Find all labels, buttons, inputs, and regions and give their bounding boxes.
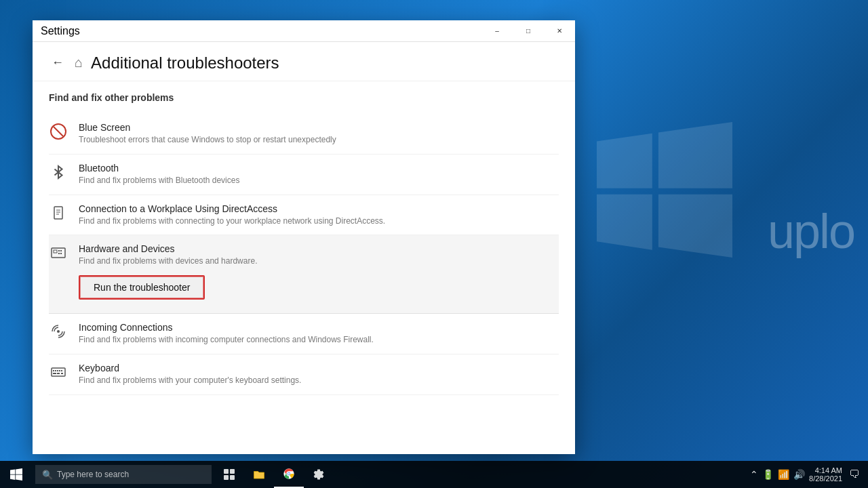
keyboard-desc: Find and fix problems with your computer… bbox=[79, 375, 559, 386]
title-bar: Settings – □ ✕ bbox=[33, 20, 575, 42]
svg-rect-22 bbox=[224, 469, 229, 474]
svg-rect-14 bbox=[53, 370, 54, 371]
keyboard-content: Keyboard Find and fix problems with your… bbox=[79, 363, 559, 386]
taskbar: 🔍 Type here to search bbox=[0, 461, 868, 488]
svg-rect-19 bbox=[53, 373, 56, 374]
blue-screen-name: Blue Screen bbox=[79, 122, 559, 133]
keyboard-icon bbox=[49, 363, 68, 382]
hardware-desc: Find and fix problems with devices and h… bbox=[79, 256, 559, 267]
maximize-button[interactable]: □ bbox=[513, 20, 544, 42]
bluetooth-icon bbox=[49, 163, 68, 182]
clock[interactable]: 4:14 AM 8/28/2021 bbox=[809, 466, 842, 483]
svg-rect-20 bbox=[57, 373, 60, 374]
svg-rect-8 bbox=[58, 250, 60, 251]
svg-rect-10 bbox=[58, 253, 60, 254]
title-bar-controls: – □ ✕ bbox=[481, 20, 575, 42]
svg-rect-24 bbox=[224, 475, 229, 480]
battery-icon: 🔋 bbox=[762, 469, 774, 480]
bluetooth-content: Bluetooth Find and fix problems with Blu… bbox=[79, 163, 559, 186]
list-item[interactable]: Bluetooth Find and fix problems with Blu… bbox=[49, 155, 559, 195]
svg-point-28 bbox=[288, 473, 290, 475]
close-button[interactable]: ✕ bbox=[544, 20, 575, 42]
settings-taskbar-button[interactable] bbox=[304, 461, 334, 488]
page-title: Additional troubleshooters bbox=[91, 54, 279, 73]
minimize-button[interactable]: – bbox=[481, 20, 513, 42]
notification-button[interactable]: 🗨 bbox=[846, 461, 863, 488]
connection-name: Connection to a Workplace Using DirectAc… bbox=[79, 203, 559, 214]
svg-rect-23 bbox=[230, 469, 235, 474]
volume-icon: 🔊 bbox=[793, 469, 805, 480]
windows-logo-watermark bbox=[597, 122, 732, 258]
list-item[interactable]: Blue Screen Troubleshoot errors that cau… bbox=[49, 114, 559, 155]
page-header: ← ⌂ Additional troubleshooters bbox=[33, 42, 575, 81]
chrome-button[interactable] bbox=[274, 461, 304, 488]
settings-title: Settings bbox=[41, 25, 80, 37]
date-display: 8/28/2021 bbox=[809, 474, 842, 483]
svg-rect-16 bbox=[57, 370, 58, 371]
desktop: uplo Settings – □ ✕ ← ⌂ Additional troub… bbox=[0, 0, 868, 488]
uplo-watermark: uplo bbox=[768, 203, 854, 259]
list-item[interactable]: Keyboard Find and fix problems with your… bbox=[49, 354, 559, 395]
task-view-button[interactable] bbox=[214, 461, 244, 488]
taskbar-right: ⌃ 🔋 📶 🔊 4:14 AM 8/28/2021 🗨 bbox=[745, 461, 868, 488]
blue-screen-icon bbox=[49, 122, 68, 141]
content-area: ← ⌂ Additional troubleshooters Find and … bbox=[33, 42, 575, 454]
incoming-connections-name: Incoming Connections bbox=[79, 322, 559, 333]
svg-rect-7 bbox=[54, 250, 57, 253]
keyboard-name: Keyboard bbox=[79, 363, 559, 373]
svg-rect-18 bbox=[61, 370, 62, 371]
svg-point-12 bbox=[57, 330, 60, 333]
incoming-connections-icon bbox=[49, 322, 68, 341]
title-bar-left: Settings bbox=[41, 25, 80, 37]
blue-screen-desc: Troubleshoot errors that cause Windows t… bbox=[79, 134, 559, 146]
incoming-connections-content: Incoming Connections Find and fix proble… bbox=[79, 322, 559, 346]
svg-rect-21 bbox=[61, 373, 63, 374]
svg-rect-25 bbox=[230, 475, 235, 480]
svg-rect-13 bbox=[52, 368, 65, 376]
back-button[interactable]: ← bbox=[49, 53, 66, 73]
section-title: Find and fix other problems bbox=[49, 92, 559, 103]
search-icon: 🔍 bbox=[42, 470, 53, 480]
hardware-header: Hardware and Devices Find and fix proble… bbox=[49, 243, 559, 272]
troubleshooter-list[interactable]: Find and fix other problems Blue Screen … bbox=[33, 81, 575, 454]
blue-screen-content: Blue Screen Troubleshoot errors that cau… bbox=[79, 122, 559, 146]
svg-line-1 bbox=[54, 127, 63, 136]
hardware-expanded-item[interactable]: Hardware and Devices Find and fix proble… bbox=[49, 235, 559, 314]
hardware-name: Hardware and Devices bbox=[79, 243, 559, 254]
search-bar[interactable]: 🔍 Type here to search bbox=[35, 465, 212, 484]
start-button[interactable] bbox=[0, 461, 33, 488]
svg-rect-11 bbox=[60, 253, 62, 254]
system-tray-icons: ⌃ 🔋 📶 🔊 bbox=[750, 469, 805, 480]
connection-content: Connection to a Workplace Using DirectAc… bbox=[79, 203, 559, 227]
svg-rect-2 bbox=[54, 207, 62, 219]
connection-desc: Find and fix problems with connecting to… bbox=[79, 216, 559, 227]
hardware-icon bbox=[49, 243, 68, 262]
hardware-content: Hardware and Devices Find and fix proble… bbox=[79, 243, 559, 267]
bluetooth-name: Bluetooth bbox=[79, 163, 559, 174]
list-item[interactable]: Incoming Connections Find and fix proble… bbox=[49, 314, 559, 354]
run-troubleshooter-button[interactable]: Run the troubleshooter bbox=[79, 275, 205, 300]
bluetooth-desc: Find and fix problems with Bluetooth dev… bbox=[79, 175, 559, 186]
connection-icon bbox=[49, 203, 68, 222]
chevron-up-icon[interactable]: ⌃ bbox=[750, 469, 758, 480]
incoming-connections-desc: Find and fix problems with incoming comp… bbox=[79, 334, 559, 346]
svg-rect-17 bbox=[59, 370, 60, 371]
wifi-icon: 📶 bbox=[778, 469, 789, 480]
svg-rect-15 bbox=[55, 370, 56, 371]
file-explorer-button[interactable] bbox=[244, 461, 274, 488]
time-display: 4:14 AM bbox=[815, 466, 842, 474]
search-placeholder: Type here to search bbox=[57, 470, 129, 479]
settings-window: Settings – □ ✕ ← ⌂ Additional troublesho… bbox=[33, 20, 575, 454]
list-item[interactable]: Connection to a Workplace Using DirectAc… bbox=[49, 195, 559, 236]
home-icon: ⌂ bbox=[75, 55, 83, 70]
svg-rect-9 bbox=[60, 250, 62, 251]
